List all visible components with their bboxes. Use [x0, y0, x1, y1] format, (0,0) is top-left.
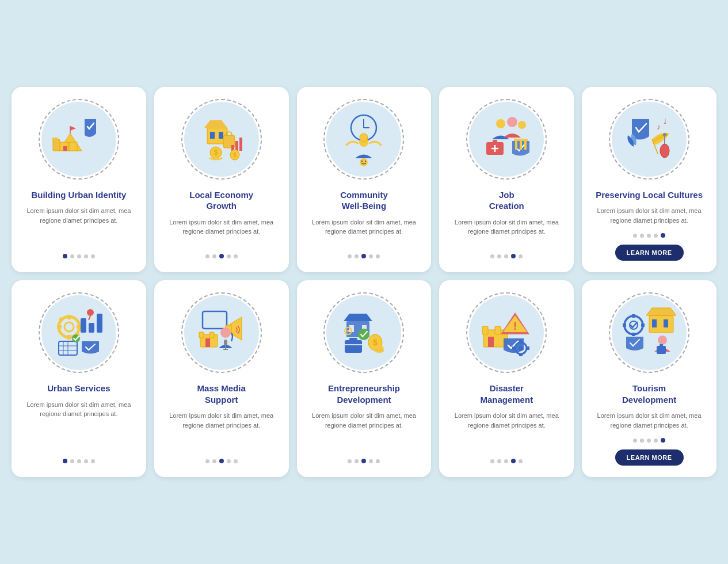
svg-rect-12 — [219, 132, 223, 139]
card-text: Lorem ipsum dolor sit dim amet, mea regi… — [21, 400, 137, 451]
dot-1 — [490, 254, 494, 258]
card-title: EntrepreneurshipDevelopment — [328, 383, 400, 405]
dot-2 — [640, 439, 644, 443]
svg-marker-10 — [204, 120, 227, 128]
learn-more-button-2[interactable]: LEARN MORE — [615, 449, 684, 466]
svg-rect-105 — [664, 319, 668, 327]
dot-3 — [219, 254, 224, 258]
svg-rect-50 — [57, 325, 62, 329]
dot-1 — [490, 459, 494, 463]
svg-rect-104 — [652, 319, 657, 327]
svg-point-26 — [361, 161, 363, 162]
svg-rect-2 — [69, 142, 77, 151]
svg-point-47 — [64, 322, 74, 331]
svg-rect-80 — [349, 338, 357, 341]
icon-area — [463, 96, 550, 182]
svg-rect-109 — [632, 333, 635, 336]
svg-rect-108 — [632, 314, 635, 318]
dot-4 — [84, 459, 88, 463]
svg-point-86 — [375, 346, 384, 349]
svg-rect-110 — [623, 323, 626, 327]
dot-4 — [369, 254, 373, 258]
card-title: Preserving Local Cultures — [596, 189, 703, 201]
icon-area: ! — [463, 289, 550, 376]
card-mass-media-support: Mass MediaSupport Lorem ipsum dolor sit … — [154, 280, 289, 477]
dot-2 — [640, 234, 644, 238]
dot-4 — [227, 459, 231, 463]
dot-1 — [205, 459, 209, 463]
pagination-dots — [633, 233, 665, 238]
svg-rect-55 — [89, 323, 94, 333]
svg-rect-64 — [203, 311, 227, 329]
svg-rect-6 — [55, 138, 58, 140]
icon-area — [36, 96, 122, 182]
svg-text:♪: ♪ — [657, 122, 661, 131]
dot-2 — [497, 459, 501, 463]
dot-4 — [511, 459, 516, 463]
dot-3 — [77, 254, 81, 258]
dot-5 — [234, 254, 238, 258]
preserving-cultures-icon: ♪ ♩ — [618, 108, 681, 171]
svg-rect-91 — [495, 326, 501, 334]
svg-rect-111 — [641, 323, 645, 327]
card-title: TourismDevelopment — [622, 383, 676, 405]
dot-5 — [661, 438, 665, 443]
dot-3 — [504, 459, 508, 463]
disaster-management-icon: ! — [475, 301, 538, 364]
dot-1 — [348, 459, 352, 463]
entrepreneurship-icon: $ — [332, 301, 395, 364]
card-text: Lorem ipsum dolor sit dim amet, mea regi… — [306, 218, 422, 246]
svg-point-112 — [658, 336, 667, 345]
svg-rect-100 — [512, 346, 515, 350]
dot-2 — [355, 459, 359, 463]
svg-marker-8 — [70, 126, 76, 131]
svg-point-45 — [663, 133, 666, 136]
dot-2 — [212, 459, 216, 463]
dot-5 — [661, 233, 665, 238]
svg-point-70 — [220, 327, 231, 338]
card-preserving-local-cultures: ♪ ♩ Preserving Local Cultures — [582, 87, 716, 273]
pagination-dots — [348, 459, 380, 463]
svg-point-31 — [518, 121, 526, 129]
svg-point-27 — [365, 161, 366, 162]
svg-rect-98 — [519, 340, 523, 343]
icon-area: $ — [321, 289, 407, 376]
dot-1 — [633, 234, 637, 238]
card-title: DisasterManagement — [480, 383, 533, 405]
card-building-urban-identity: Building Urban Identity Lorem ipsum dolo… — [12, 87, 146, 273]
card-disaster-management: ! DisasterManagement Lorem ipsum dolor s… — [439, 280, 574, 477]
card-text: Lorem ipsum dolor sit dim amet, mea regi… — [591, 206, 707, 225]
svg-text:!: ! — [513, 321, 517, 332]
learn-more-button[interactable]: LEARN MORE — [615, 245, 684, 261]
dot-4 — [511, 254, 516, 258]
svg-rect-3 — [63, 146, 67, 151]
dot-2 — [70, 459, 74, 463]
dot-3 — [647, 439, 651, 443]
card-tourism-development: TourismDevelopment Lorem ipsum dolor sit… — [582, 280, 716, 477]
card-text: Lorem ipsum dolor sit dim amet, mea regi… — [591, 411, 707, 430]
svg-rect-71 — [224, 340, 227, 345]
urban-services-icon — [47, 301, 110, 364]
svg-point-28 — [360, 134, 368, 142]
icon-area — [178, 289, 265, 376]
card-title: Urban Services — [47, 383, 110, 394]
svg-point-88 — [347, 330, 349, 332]
dot-4 — [227, 254, 231, 258]
tourism-development-icon — [618, 301, 681, 364]
svg-rect-54 — [81, 318, 86, 333]
icon-area: $ $ — [178, 96, 265, 182]
dot-5 — [376, 254, 380, 258]
dot-1 — [348, 254, 352, 258]
card-community-well-being: CommunityWell-Being Lorem ipsum dolor si… — [297, 87, 432, 273]
pagination-dots — [348, 254, 380, 258]
icon-area — [606, 289, 692, 376]
pagination-dots — [490, 459, 523, 463]
card-text: Lorem ipsum dolor sit dim amet, mea regi… — [306, 411, 422, 451]
svg-rect-4 — [53, 139, 60, 151]
card-text: Lorem ipsum dolor sit dim amet, mea regi… — [163, 218, 280, 246]
building-urban-icon — [47, 108, 110, 171]
job-creation-icon — [475, 108, 538, 171]
dot-2 — [355, 254, 359, 258]
card-title: Building Urban Identity — [31, 189, 126, 201]
dot-4 — [654, 439, 658, 443]
